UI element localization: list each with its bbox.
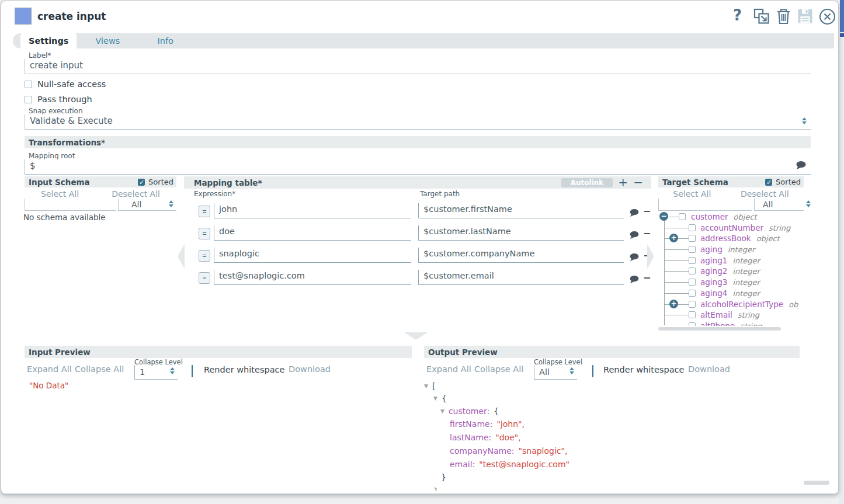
add-row-icon[interactable]: + — [618, 175, 628, 189]
collapse-triangle-icon[interactable]: ▼ — [433, 395, 437, 401]
autolink-button[interactable]: Autolink — [561, 178, 613, 187]
expression-input[interactable]: test@snaplogic.com — [214, 270, 411, 285]
tree-node-name[interactable]: alcoholRecipientType — [700, 300, 783, 309]
target-schema-hscrollbar[interactable] — [658, 327, 781, 331]
input-schema-select-all[interactable]: Select All — [41, 189, 79, 199]
input-preview-expand-all[interactable]: Expand All — [27, 364, 72, 374]
target-schema-deselect-all[interactable]: Deselect All — [741, 189, 789, 199]
expression-toggle-button[interactable]: = — [199, 228, 210, 239]
close-icon[interactable] — [819, 8, 836, 27]
tree-node-name[interactable]: aging — [700, 245, 723, 254]
input-preview-collapse-level-spinner-icon[interactable] — [170, 367, 175, 374]
json-punctuation: { — [442, 394, 447, 403]
pass-through-checkbox[interactable] — [25, 96, 32, 103]
tree-node-checkbox[interactable] — [689, 279, 696, 286]
input-schema-deselect-all[interactable]: Deselect All — [112, 189, 160, 199]
target-schema-select-all[interactable]: Select All — [673, 189, 711, 199]
input-schema-scope-select[interactable]: All — [118, 199, 176, 211]
tree-node-checkbox[interactable] — [689, 235, 696, 242]
tree-node-name[interactable]: altEmail — [700, 310, 732, 319]
comment-bubble-icon[interactable] — [630, 253, 639, 261]
mapping-root-input[interactable]: $ — [25, 159, 811, 175]
target-path-input[interactable]: $customer.email — [418, 270, 624, 285]
target-schema-scope-spinner-icon[interactable] — [806, 200, 811, 207]
input-preview-collapse-all[interactable]: Collapse All — [75, 364, 124, 374]
help-icon[interactable]: ? — [733, 6, 742, 24]
input-preview-render-whitespace-checkbox[interactable] — [192, 365, 193, 377]
remove-row-icon[interactable]: − — [643, 229, 651, 238]
input-schema-filter-input[interactable] — [25, 199, 116, 211]
tree-node-checkbox[interactable] — [689, 290, 696, 297]
label-input[interactable]: create input — [25, 59, 811, 74]
pass-through-row[interactable]: Pass through — [25, 95, 92, 104]
export-snap-icon[interactable] — [753, 8, 770, 27]
tree-node-checkbox[interactable] — [689, 224, 696, 231]
target-schema-sorted[interactable]: Sorted — [765, 178, 801, 186]
target-schema-scope-select[interactable]: All — [754, 199, 804, 211]
expression-toggle-button[interactable]: = — [199, 206, 210, 217]
input-preview-download[interactable]: Download — [289, 364, 331, 374]
collapse-preview-icon[interactable] — [404, 332, 428, 340]
target-path-input[interactable]: $customer.companyName — [418, 248, 624, 263]
tab-settings[interactable]: Settings — [20, 33, 77, 48]
tree-node-name[interactable]: accountNumber — [700, 223, 763, 232]
collapse-triangle-icon[interactable]: ▼ — [440, 408, 444, 414]
tree-node-checkbox[interactable] — [689, 246, 696, 253]
expand-node-icon[interactable]: + — [669, 300, 678, 308]
comment-bubble-icon[interactable] — [796, 161, 806, 169]
input-schema-scope-spinner-icon[interactable] — [169, 200, 173, 207]
snap-execution-spinner-icon[interactable] — [802, 117, 807, 124]
comment-bubble-icon[interactable] — [630, 276, 639, 283]
tree-node-name[interactable]: customer — [691, 212, 728, 221]
tree-node-name[interactable]: aging3 — [700, 277, 727, 287]
tree-node-checkbox[interactable] — [689, 267, 696, 274]
output-preview-expand-all[interactable]: Expand All — [426, 364, 471, 374]
tree-node-name[interactable]: addressBook — [700, 234, 751, 243]
input-schema-sorted-checkbox[interactable] — [138, 179, 145, 186]
output-preview-collapse-level-spinner-icon[interactable] — [569, 367, 574, 374]
snap-execution-select[interactable]: Validate & Execute — [25, 114, 811, 130]
input-preview-collapse-level-input[interactable]: 1 — [134, 365, 178, 380]
tab-views[interactable]: Views — [87, 34, 128, 48]
expression-input[interactable]: john — [214, 203, 411, 218]
expression-input[interactable]: doe — [214, 225, 411, 241]
tree-node-checkbox[interactable] — [689, 301, 696, 308]
output-preview-collapse-all[interactable]: Collapse All — [474, 364, 523, 374]
remove-row-icon[interactable]: − — [643, 273, 651, 283]
collapse-node-icon[interactable]: − — [659, 212, 668, 221]
collapse-triangle-icon[interactable]: ▼ — [424, 383, 428, 389]
remove-row-icon[interactable]: − — [643, 207, 651, 216]
save-icon[interactable] — [797, 8, 813, 26]
target-schema-sorted-checkbox[interactable] — [765, 179, 772, 186]
remove-rows-icon[interactable]: − — [633, 175, 643, 189]
tree-node-type: integer — [732, 289, 760, 298]
tab-info[interactable]: Info — [149, 34, 181, 48]
comment-bubble-icon[interactable] — [630, 209, 639, 217]
input-schema-sorted[interactable]: Sorted — [138, 178, 173, 186]
tree-node-name[interactable]: aging4 — [700, 289, 727, 298]
null-safe-access-row[interactable]: Null-safe access — [25, 79, 106, 89]
expression-toggle-button[interactable]: = — [199, 272, 210, 284]
output-preview-hscrollbar[interactable] — [804, 481, 829, 485]
tree-node-checkbox[interactable] — [679, 213, 686, 220]
tree-node-type: object — [789, 300, 798, 309]
tree-node-name[interactable]: aging1 — [700, 256, 727, 265]
target-schema-filter-input[interactable] — [658, 199, 752, 211]
tree-node-name[interactable]: aging2 — [700, 266, 727, 276]
output-preview-download[interactable]: Download — [688, 364, 730, 374]
tree-node-checkbox[interactable] — [689, 311, 696, 318]
null-safe-access-checkbox[interactable] — [25, 81, 32, 88]
target-path-input[interactable]: $customer.lastName — [418, 225, 624, 241]
expression-input[interactable]: snaplogic — [214, 248, 411, 263]
expand-node-icon[interactable]: + — [669, 234, 678, 242]
collapse-left-panel-icon[interactable] — [178, 244, 185, 269]
collapse-right-panel-icon[interactable] — [647, 244, 654, 269]
tree-node-name[interactable]: altPhone — [700, 321, 735, 326]
output-preview-render-whitespace-checkbox[interactable] — [592, 365, 593, 377]
tree-node-checkbox[interactable] — [689, 257, 696, 264]
expression-toggle-button[interactable]: = — [199, 250, 210, 262]
delete-snap-icon[interactable] — [776, 8, 791, 27]
target-path-input[interactable]: $customer.firstName — [418, 203, 624, 218]
tree-node-checkbox[interactable] — [689, 322, 696, 326]
comment-bubble-icon[interactable] — [630, 231, 639, 239]
